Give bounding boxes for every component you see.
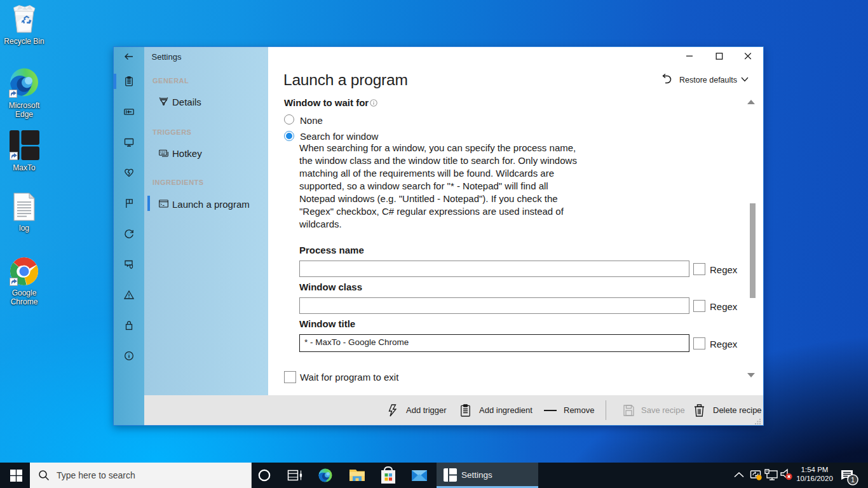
svg-text:1: 1 <box>851 476 855 484</box>
